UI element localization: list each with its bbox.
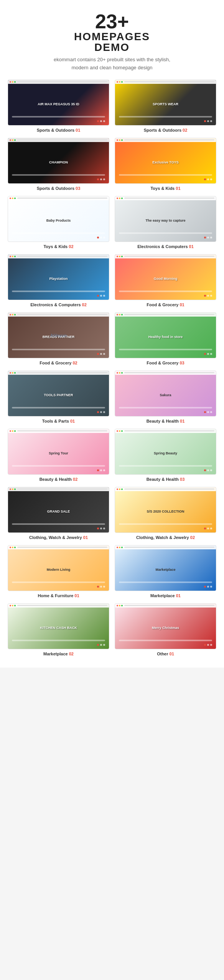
- demo-item-clothing2[interactable]: S/S 2020 COLLECTION Clothing, Watch & Je…: [115, 487, 216, 540]
- thumb-text-electronics1: The easy way to capture: [145, 219, 185, 223]
- demo-label-electronics1: Electronics & Computers 01: [137, 244, 194, 249]
- thumb-text-sports1: AIR MAX PEGASUS 35 ID: [38, 102, 79, 106]
- demo-item-tools1[interactable]: TOOLS PARTNER Tools & Parts 01: [8, 371, 109, 423]
- demo-thumb-beauty1: Sakura: [115, 371, 216, 416]
- demo-thumb-beauty2: Spring Tour: [8, 429, 109, 475]
- thumb-text-sports3: CHAMPION: [49, 160, 68, 165]
- demo-label-toys1: Toys & Kids 01: [150, 186, 180, 191]
- homepages-label: HOMEPAGES: [8, 31, 216, 42]
- demo-label-beauty3: Beauty & Health 03: [147, 477, 185, 482]
- demo-item-other1[interactable]: Merry Christmas Other 01: [115, 603, 216, 656]
- thumb-text-food3: Healthy food in store: [148, 335, 183, 339]
- demo-label-clothing1: Clothing, Watch & Jewelry 01: [29, 535, 88, 540]
- demo-thumb-sports2: SPORTS WEAR: [115, 80, 216, 126]
- demo-item-electronics1[interactable]: The easy way to capture Electronics & Co…: [115, 196, 216, 249]
- demo-item-furniture1[interactable]: Modern Living Home & Furniture 01: [8, 545, 109, 598]
- demo-item-toys1[interactable]: Exclusive TOYS Toys & Kids 01: [115, 138, 216, 191]
- demo-label-toys2: Toys & Kids 02: [43, 244, 73, 249]
- demo-label-furniture1: Home & Furniture 01: [38, 593, 79, 598]
- thumb-text-toys2: Baby Products: [46, 219, 71, 223]
- demo-thumb-other1: Merry Christmas: [115, 603, 216, 649]
- demo-label-marketplace1: Marketplace 01: [150, 593, 181, 598]
- demo-label-tools1: Tools & Parts 01: [42, 419, 75, 423]
- demo-item-electronics2[interactable]: Playstation Electronics & Computers 02: [8, 254, 109, 307]
- demo-thumb-sports1: AIR MAX PEGASUS 35 ID: [8, 80, 109, 126]
- demo-item-toys2[interactable]: Baby Products Toys & Kids 02: [8, 196, 109, 249]
- demo-item-sports3[interactable]: CHAMPION Sports & Outdoors 03: [8, 138, 109, 191]
- demo-thumb-toys1: Exclusive TOYS: [115, 138, 216, 184]
- demo-label-food2: Food & Grocery 02: [40, 361, 77, 365]
- header-title: 23+ HOMEPAGES DEMO: [8, 11, 216, 53]
- demo-label-food3: Food & Grocery 03: [147, 361, 184, 365]
- demo-thumb-tools1: TOOLS PARTNER: [8, 371, 109, 416]
- demo-label-marketplace2: Marketplace 02: [43, 652, 74, 656]
- thumb-text-tools1: TOOLS PARTNER: [44, 393, 73, 397]
- demo-label-food1: Food & Grocery 01: [147, 302, 184, 307]
- demo-item-food2[interactable]: BREADS PARTNER Alileyun Food & Grocery 0…: [8, 312, 109, 365]
- demo-label-clothing2: Clothing, Watch & Jewelry 02: [136, 535, 195, 540]
- demo-label-sports1: Sports & Outdoors 01: [37, 128, 81, 132]
- demo-label-beauty2: Beauty & Health 02: [40, 477, 78, 482]
- thumb-text-food1: Good Morning: [154, 277, 177, 281]
- demo-thumb-clothing1: GRAND SALE: [8, 487, 109, 533]
- demo-thumb-electronics1: The easy way to capture: [115, 196, 216, 242]
- thumb-text-beauty2: Spring Tour: [49, 451, 68, 456]
- demo-item-marketplace2[interactable]: KITCHEN CASH BACK Marketplace 02: [8, 603, 109, 656]
- thumb-text-furniture1: Modern Living: [47, 568, 71, 572]
- demo-item-food1[interactable]: Good Morning Food & Grocery 01: [115, 254, 216, 307]
- thumb-text-other1: Merry Christmas: [152, 626, 179, 630]
- watermark: Alileyun: [50, 333, 67, 338]
- demo-item-beauty1[interactable]: Sakura Beauty & Health 01: [115, 371, 216, 423]
- demo-item-beauty2[interactable]: Spring Tour Beauty & Health 02: [8, 429, 109, 482]
- demo-item-clothing1[interactable]: GRAND SALE Clothing, Watch & Jewelry 01: [8, 487, 109, 540]
- demo-item-sports1[interactable]: AIR MAX PEGASUS 35 ID Sports & Outdoors …: [8, 80, 109, 132]
- demo-label-sports3: Sports & Outdoors 03: [37, 186, 81, 191]
- thumb-text-sports2: SPORTS WEAR: [153, 102, 178, 106]
- demo-grid: AIR MAX PEGASUS 35 ID Sports & Outdoors …: [8, 80, 216, 656]
- demo-label-electronics2: Electronics & Computers 02: [30, 302, 87, 307]
- header: 23+ HOMEPAGES DEMO ekommart contains 20+…: [8, 11, 216, 72]
- thumb-text-electronics2: Playstation: [49, 277, 68, 281]
- demo-thumb-food1: Good Morning: [115, 254, 216, 300]
- demo-item-beauty3[interactable]: Spring Beauty Beauty & Health 03: [115, 429, 216, 482]
- thumb-text-clothing2: S/S 2020 COLLECTION: [147, 510, 184, 514]
- demo-label-sports2: Sports & Outdoors 02: [144, 128, 188, 132]
- demo-thumb-sports3: CHAMPION: [8, 138, 109, 184]
- demo-thumb-clothing2: S/S 2020 COLLECTION: [115, 487, 216, 533]
- demo-thumb-beauty3: Spring Beauty: [115, 429, 216, 475]
- thumb-text-toys1: Exclusive TOYS: [152, 160, 178, 165]
- thumb-text-beauty1: Sakura: [160, 393, 171, 397]
- demo-thumb-marketplace2: KITCHEN CASH BACK: [8, 603, 109, 649]
- thumb-text-beauty3: Spring Beauty: [154, 451, 177, 456]
- demo-label-other1: Other 01: [157, 652, 174, 656]
- demo-item-food3[interactable]: Healthy food in store Food & Grocery 03: [115, 312, 216, 365]
- header-subtitle: ekommart contains 20+ prebuilt sites wit…: [8, 56, 216, 72]
- thumb-text-marketplace2: KITCHEN CASH BACK: [40, 626, 77, 630]
- demo-thumb-food3: Healthy food in store: [115, 312, 216, 358]
- demo-label: DEMO: [8, 42, 216, 53]
- thumb-text-marketplace1: Marketplace: [155, 568, 175, 572]
- demo-thumb-marketplace1: Marketplace: [115, 545, 216, 591]
- demo-thumb-food2: BREADS PARTNER Alileyun: [8, 312, 109, 358]
- count-number: 23+: [95, 10, 129, 33]
- demo-item-sports2[interactable]: SPORTS WEAR Sports & Outdoors 02: [115, 80, 216, 132]
- demo-item-marketplace1[interactable]: Marketplace Marketplace 01: [115, 545, 216, 598]
- demo-thumb-furniture1: Modern Living: [8, 545, 109, 591]
- demo-label-beauty1: Beauty & Health 01: [147, 419, 185, 423]
- demo-thumb-electronics2: Playstation: [8, 254, 109, 300]
- page-wrapper: 23+ HOMEPAGES DEMO ekommart contains 20+…: [0, 0, 224, 668]
- demo-thumb-toys2: Baby Products: [8, 196, 109, 242]
- thumb-text-clothing1: GRAND SALE: [47, 510, 70, 514]
